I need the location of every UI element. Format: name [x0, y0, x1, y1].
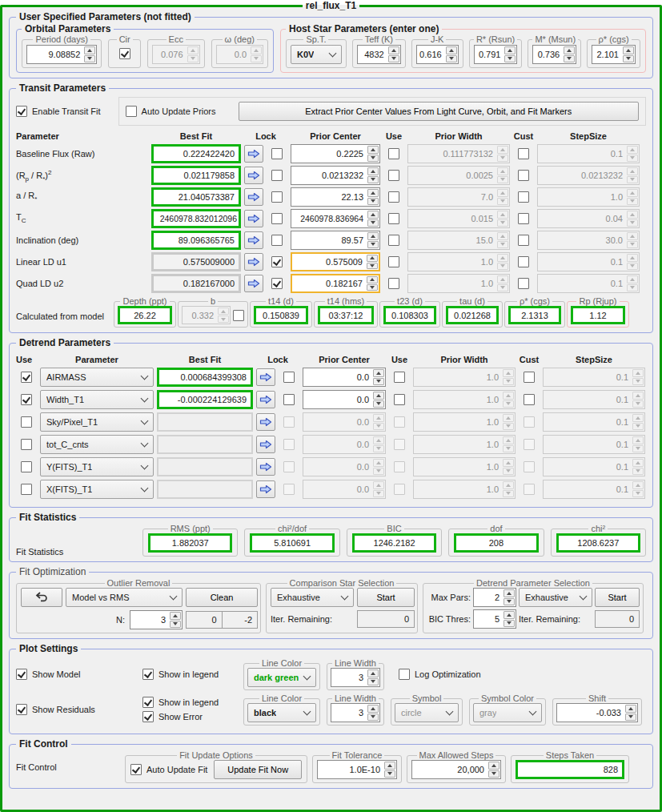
spinner-down-icon[interactable] [373, 378, 384, 386]
copy-best-fit-to-prior-button[interactable] [244, 253, 263, 271]
spinner-down-icon[interactable] [367, 176, 379, 184]
spinner-up-icon[interactable] [627, 232, 638, 240]
max-pars-spinner[interactable]: 2 [473, 588, 516, 607]
detrend-method-select[interactable]: Exhaustive [519, 588, 592, 607]
spinner-down-icon[interactable] [367, 714, 379, 722]
spinner-up-icon[interactable] [497, 232, 508, 240]
copy-best-fit-to-prior-button[interactable] [256, 480, 275, 498]
auto-update-priors-checkbox[interactable] [126, 106, 137, 117]
detrend-parameter-select[interactable]: Width_T1 [40, 390, 154, 409]
prior-center-spinner[interactable]: 0.0213232 [291, 166, 380, 185]
lock-checkbox[interactable] [283, 372, 295, 383]
copy-best-fit-to-prior-button[interactable] [244, 275, 263, 292]
spinner-down-icon[interactable] [497, 284, 508, 292]
spinner-up-icon[interactable] [503, 436, 514, 444]
spinner-up-icon[interactable] [504, 611, 515, 619]
spinner-down-icon[interactable] [251, 55, 262, 63]
spinner-down-icon[interactable] [504, 55, 516, 63]
prior-center-spinner[interactable]: 0.0 [303, 368, 386, 387]
spinner-up-icon[interactable] [504, 589, 515, 597]
cust-stepsize-checkbox[interactable] [518, 256, 529, 267]
residuals-line-width-spinner[interactable]: 3 [331, 703, 380, 722]
spinner-down-icon[interactable] [627, 219, 638, 227]
use-prior-checkbox[interactable] [388, 148, 399, 159]
use-detrend-checkbox[interactable] [21, 394, 32, 405]
lock-checkbox[interactable] [271, 148, 283, 159]
spinner-up-icon[interactable] [367, 276, 378, 283]
spectral-type-select[interactable]: K0V [291, 45, 342, 64]
copy-best-fit-to-prior-button[interactable] [256, 436, 275, 453]
undo-clean-button[interactable] [21, 588, 62, 607]
use-detrend-checkbox[interactable] [21, 372, 32, 383]
copy-best-fit-to-prior-button[interactable] [244, 231, 263, 249]
spinner-up-icon[interactable] [497, 275, 508, 283]
lock-checkbox[interactable] [283, 394, 295, 405]
spinner-down-icon[interactable] [367, 241, 379, 249]
cust-stepsize-checkbox[interactable] [524, 394, 535, 405]
copy-best-fit-to-prior-button[interactable] [244, 210, 263, 227]
spinner-up-icon[interactable] [373, 414, 384, 422]
spinner-down-icon[interactable] [503, 445, 514, 453]
spinner-down-icon[interactable] [170, 621, 181, 629]
spinner-down-icon[interactable] [84, 55, 95, 63]
spinner-down-icon[interactable] [373, 490, 384, 498]
spinner-up-icon[interactable] [503, 481, 514, 489]
spinner-up-icon[interactable] [503, 369, 514, 377]
lock-checkbox[interactable] [271, 170, 283, 181]
detrend-parameter-select[interactable]: AIRMASS [40, 368, 154, 387]
use-detrend-checkbox[interactable] [21, 416, 32, 428]
spinner-up-icon[interactable] [367, 255, 378, 262]
spinner-up-icon[interactable] [632, 392, 644, 400]
spinner-down-icon[interactable] [632, 490, 644, 498]
spinner-up-icon[interactable] [367, 669, 379, 677]
detrend-parameter-select[interactable]: tot_C_cnts [40, 435, 154, 454]
spinner-up-icon[interactable] [497, 254, 508, 262]
m-star-spinner[interactable]: 0.736 [532, 45, 576, 64]
use-prior-checkbox[interactable] [388, 278, 399, 289]
spinner-down-icon[interactable] [503, 468, 514, 476]
spinner-up-icon[interactable] [367, 189, 379, 197]
copy-best-fit-to-prior-button[interactable] [256, 458, 275, 476]
spinner-down-icon[interactable] [367, 155, 379, 163]
copy-best-fit-to-prior-button[interactable] [244, 167, 263, 184]
bic-thres-spinner[interactable]: 5 [473, 609, 516, 629]
prior-center-spinner[interactable]: 2460978.836964 [291, 209, 380, 228]
spinner-down-icon[interactable] [632, 468, 644, 476]
lock-checkbox[interactable] [271, 213, 283, 224]
cust-stepsize-checkbox[interactable] [518, 235, 529, 246]
use-prior-checkbox[interactable] [388, 191, 399, 203]
outlier-method-select[interactable]: Model vs RMS [66, 588, 183, 607]
spinner-down-icon[interactable] [218, 316, 229, 323]
use-prior-checkbox[interactable] [388, 235, 399, 246]
use-detrend-checkbox[interactable] [21, 439, 32, 450]
spinner-down-icon[interactable] [384, 770, 395, 778]
lock-checkbox[interactable] [271, 235, 283, 246]
spinner-down-icon[interactable] [503, 490, 514, 498]
spinner-up-icon[interactable] [373, 481, 384, 489]
spinner-up-icon[interactable] [503, 414, 514, 422]
use-prior-checkbox[interactable] [388, 213, 399, 224]
spinner-down-icon[interactable] [497, 263, 508, 271]
model-show-in-legend-checkbox[interactable] [142, 669, 154, 680]
residuals-show-in-legend-checkbox[interactable] [142, 697, 154, 708]
log-optimization-checkbox[interactable] [399, 669, 410, 680]
spinner-up-icon[interactable] [373, 369, 384, 377]
spinner-up-icon[interactable] [384, 762, 395, 770]
spinner-down-icon[interactable] [497, 219, 508, 227]
prior-center-spinner[interactable]: 0.182167 [291, 274, 380, 293]
spinner-down-icon[interactable] [632, 378, 644, 386]
spinner-up-icon[interactable] [627, 211, 638, 219]
spinner-up-icon[interactable] [497, 189, 508, 197]
spinner-down-icon[interactable] [488, 770, 500, 778]
detrend-parameter-select[interactable]: X(FITS)_T1 [40, 480, 154, 499]
residuals-line-color-select[interactable]: black [247, 703, 316, 722]
spinner-up-icon[interactable] [632, 436, 644, 444]
lock-checkbox[interactable] [271, 278, 283, 289]
spinner-down-icon[interactable] [627, 198, 638, 206]
clean-button[interactable]: Clean [186, 588, 258, 607]
spinner-up-icon[interactable] [564, 46, 575, 54]
spinner-up-icon[interactable] [170, 612, 181, 620]
spinner-down-icon[interactable] [627, 284, 638, 292]
spinner-down-icon[interactable] [627, 176, 638, 184]
period-spinner[interactable]: 9.08852 [26, 45, 97, 64]
